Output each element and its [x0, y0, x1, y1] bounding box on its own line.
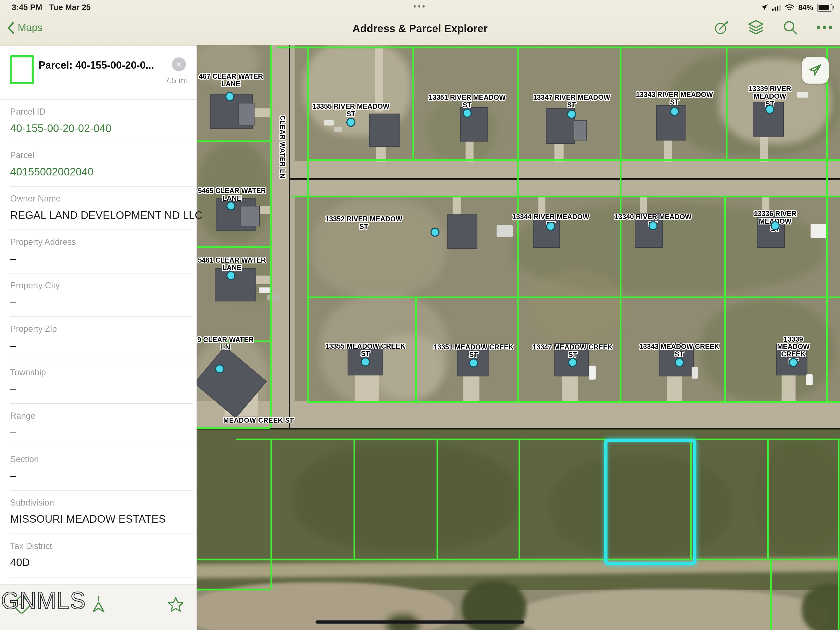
parcel-boundary — [197, 589, 270, 590]
vehicle — [811, 224, 827, 238]
field-value: – — [10, 339, 16, 352]
parcel-label[interactable]: 13351 RIVER MEADOW ST — [429, 94, 506, 109]
parcel-point[interactable] — [675, 358, 684, 367]
more-button[interactable] — [816, 19, 832, 35]
parcel-label[interactable]: 13351 MEADOW CREEK ST — [433, 343, 513, 359]
house — [238, 103, 254, 125]
map-canvas[interactable]: CLEAR WATER LNMEADOW CREEK ST13355 RIVER… — [197, 45, 840, 630]
favorite-star-button[interactable] — [164, 592, 187, 616]
parcel-point[interactable] — [568, 358, 577, 367]
locate-me-button[interactable] — [802, 57, 829, 84]
parcel-label[interactable]: 13343 RIVER MEADOW ST — [636, 91, 713, 106]
parcel-point[interactable] — [215, 364, 224, 374]
parcel-point[interactable] — [789, 358, 798, 367]
panel-title: Parcel: 40-155-00-20-0... — [39, 59, 167, 71]
parcel-point[interactable] — [361, 357, 370, 367]
parcel-point[interactable] — [226, 271, 235, 280]
selected-parcel-outline[interactable] — [604, 438, 696, 565]
parcel-point[interactable] — [649, 221, 658, 230]
panel-toolbar: ➜ — [0, 584, 197, 630]
parcel-point[interactable] — [765, 105, 774, 114]
parcel-label[interactable]: 9 CLEAR WATER LN — [197, 336, 254, 351]
parcel-point[interactable] — [430, 228, 440, 237]
field-label: Owner Name — [10, 194, 60, 204]
gps-antenna-icon — [91, 596, 106, 613]
parcel-label[interactable]: 467 CLEAR WATER LANE — [199, 73, 263, 88]
vehicle — [692, 367, 698, 378]
parcel-point[interactable] — [567, 109, 576, 119]
parcel-label[interactable]: 5461 CLEAR WATER LANE — [198, 257, 266, 272]
section-line — [289, 178, 840, 179]
field-label: Range — [10, 411, 35, 421]
driveway — [463, 375, 479, 401]
parcel-label[interactable]: 13352 RIVER MEADOW ST — [325, 215, 403, 231]
parcel-boundary — [197, 427, 270, 429]
section-line — [197, 428, 840, 429]
parcel-label[interactable]: 13347 RIVER MEADOW ST — [533, 94, 610, 109]
parcel-point[interactable] — [226, 92, 235, 101]
driveway — [562, 375, 578, 401]
vehicle — [334, 127, 343, 132]
parcel-boundary — [270, 45, 271, 427]
parcel-point[interactable] — [546, 222, 556, 231]
vehicle — [806, 374, 813, 385]
road-clear-water-ln — [270, 45, 295, 429]
house — [240, 206, 260, 226]
parcel-label[interactable]: 5465 CLEAR WATER LANE — [198, 187, 266, 203]
driveway — [538, 197, 545, 214]
battery-icon — [817, 3, 832, 11]
parcel-label[interactable]: 13339 RIVER MEADOW ST — [735, 85, 805, 108]
parcel-boundary — [767, 438, 769, 559]
parcel-boundary — [277, 46, 840, 48]
parcel-label[interactable]: 13347 MEADOW CREEK ST — [532, 343, 613, 359]
parcel-point[interactable] — [226, 201, 235, 211]
driveway — [252, 108, 272, 117]
directions-button[interactable]: ➜ — [9, 592, 33, 616]
field-row-section: Section – — [0, 447, 197, 491]
parcel-boundary — [197, 246, 270, 247]
vehicle — [267, 295, 279, 300]
parcel-point[interactable] — [771, 221, 780, 230]
vehicle — [259, 288, 270, 293]
app-screen: CLEAR WATER LNMEADOW CREEK ST13355 RIVER… — [0, 0, 840, 630]
parcel-point[interactable] — [670, 107, 679, 116]
field-value: 40155002002040 — [10, 166, 93, 178]
driveway — [453, 197, 461, 214]
layers-button[interactable] — [748, 19, 764, 35]
house — [447, 214, 477, 249]
driveway — [375, 47, 383, 112]
parcel-boundary — [724, 196, 726, 401]
draw-measure-button[interactable] — [714, 19, 729, 35]
home-indicator[interactable] — [316, 621, 524, 624]
parcel-boundary — [270, 438, 272, 589]
close-button[interactable]: ✕ — [172, 57, 186, 71]
driveway — [640, 196, 647, 213]
parcel-boundary — [307, 401, 840, 402]
drainage-gully — [802, 584, 840, 630]
parcel-boundary — [307, 296, 840, 298]
vehicle — [589, 366, 596, 380]
parcel-label[interactable]: 13343 MEADOW CREEK ST — [639, 343, 719, 358]
gps-antenna-button[interactable] — [87, 592, 111, 616]
field-row-owner-name: Owner Name REGAL LAND DEVELOPMENT ND LLC — [0, 187, 197, 230]
parcel-label[interactable]: 13355 MEADOW CREEK ST — [325, 343, 406, 358]
house — [574, 120, 587, 141]
focus-dots: ••• — [0, 2, 840, 11]
parcel-point[interactable] — [463, 108, 472, 118]
panel-header: Parcel: 40-155-00-20-0... ✕ 7.5 mi — [0, 46, 197, 100]
cellular-signal-icon — [772, 5, 781, 10]
parcel-boundary — [307, 159, 840, 161]
field-label: Parcel — [10, 151, 35, 160]
field-label: Property City — [10, 281, 60, 291]
grass-shade — [754, 442, 840, 555]
field-value: 40-155-00-20-02-040 — [10, 122, 111, 135]
field-value: 40D — [10, 557, 30, 569]
parcel-point[interactable] — [469, 358, 478, 368]
distance-badge: 7.5 mi — [165, 76, 187, 85]
road-meadow-creek-st — [197, 401, 840, 429]
field-row-township: Township – — [0, 360, 197, 404]
field-value: – — [10, 426, 16, 438]
parcel-point[interactable] — [346, 118, 355, 127]
parcel-label[interactable]: 13355 RIVER MEADOW ST — [313, 103, 390, 118]
search-button[interactable] — [782, 19, 798, 35]
